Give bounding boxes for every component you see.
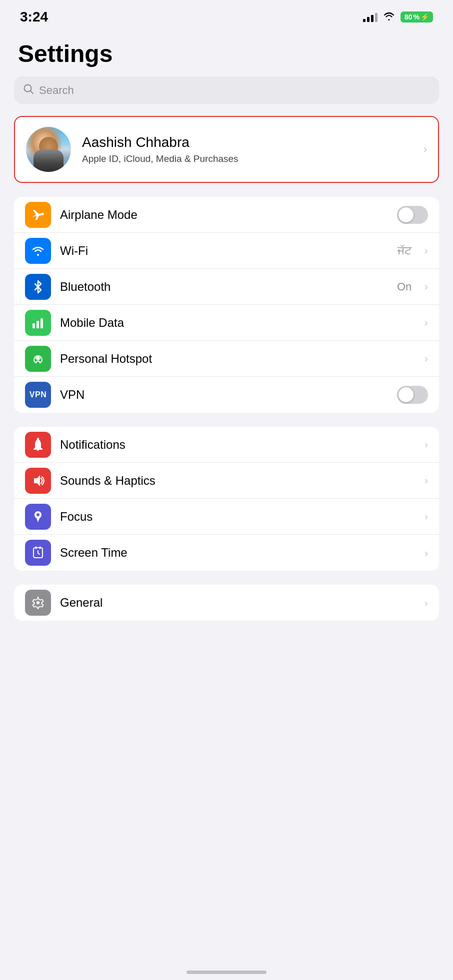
mobile-data-label: Mobile Data <box>60 316 416 330</box>
svg-rect-3 <box>36 321 39 328</box>
page-title: Settings <box>0 30 453 76</box>
personal-hotspot-row[interactable]: Personal Hotspot › <box>14 341 439 377</box>
general-label: General <box>60 596 416 610</box>
status-icons: 80% ⚡ <box>363 11 433 23</box>
battery-icon: 80% ⚡ <box>400 11 433 22</box>
notifications-group: Notifications › Sounds & Haptics › Focus… <box>14 427 439 571</box>
profile-chevron-icon: › <box>424 143 427 156</box>
notifications-row[interactable]: Notifications › <box>14 427 439 463</box>
notifications-chevron-icon: › <box>424 439 428 450</box>
personal-hotspot-label: Personal Hotspot <box>60 352 416 366</box>
focus-row[interactable]: Focus › <box>14 499 439 535</box>
vpn-toggle[interactable] <box>397 386 428 404</box>
profile-name: Aashish Chhabra <box>82 134 412 150</box>
profile-subtitle: Apple ID, iCloud, Media & Purchases <box>82 153 412 164</box>
bluetooth-icon <box>25 274 51 300</box>
screen-time-chevron-icon: › <box>424 547 428 559</box>
bluetooth-value: On <box>397 280 412 293</box>
focus-icon <box>25 504 51 530</box>
search-bar[interactable]: Search <box>14 76 439 104</box>
battery-percent: 80 <box>404 13 412 21</box>
mobile-data-chevron-icon: › <box>424 317 428 328</box>
status-time: 3:24 <box>20 9 48 25</box>
status-bar: 3:24 80% ⚡ <box>0 0 453 30</box>
battery-charging-icon: ⚡ <box>420 13 429 21</box>
sounds-haptics-label: Sounds & Haptics <box>60 474 416 488</box>
profile-card[interactable]: Aashish Chhabra Apple ID, iCloud, Media … <box>14 116 439 183</box>
vpn-label: VPN <box>60 388 388 402</box>
airplane-mode-icon <box>25 202 51 228</box>
sounds-haptics-row[interactable]: Sounds & Haptics › <box>14 463 439 499</box>
general-row[interactable]: General › <box>14 585 439 621</box>
svg-point-12 <box>36 601 40 604</box>
general-icon <box>25 590 51 616</box>
airplane-mode-toggle[interactable] <box>397 206 428 224</box>
general-chevron-icon: › <box>424 597 428 609</box>
personal-hotspot-icon <box>25 346 51 372</box>
general-group: General › <box>14 585 439 621</box>
bluetooth-chevron-icon: › <box>424 281 428 292</box>
svg-rect-2 <box>32 323 35 328</box>
focus-label: Focus <box>60 510 416 524</box>
mobile-data-icon <box>25 310 51 336</box>
wifi-value: ਜੱਟ <box>398 244 412 257</box>
svg-rect-4 <box>40 318 43 328</box>
airplane-mode-label: Airplane Mode <box>60 208 388 222</box>
wifi-label: Wi-Fi <box>60 244 388 258</box>
svg-point-6 <box>37 438 39 440</box>
sounds-haptics-icon <box>25 468 51 494</box>
wifi-row[interactable]: Wi-Fi ਜੱਟ › <box>14 233 439 269</box>
profile-info: Aashish Chhabra Apple ID, iCloud, Media … <box>82 134 412 164</box>
svg-point-5 <box>36 357 40 360</box>
connectivity-group: Airplane Mode Wi-Fi ਜੱਟ › Bluetooth On › <box>14 197 439 413</box>
search-placeholder: Search <box>39 84 74 97</box>
airplane-mode-row[interactable]: Airplane Mode <box>14 197 439 233</box>
bluetooth-row[interactable]: Bluetooth On › <box>14 269 439 305</box>
screen-time-row[interactable]: Screen Time › <box>14 535 439 571</box>
wifi-row-icon <box>25 238 51 264</box>
home-indicator <box>186 971 266 974</box>
wifi-chevron-icon: › <box>424 245 428 256</box>
notifications-icon <box>25 432 51 458</box>
signal-bars-icon <box>363 12 378 22</box>
svg-point-8 <box>36 513 40 516</box>
personal-hotspot-chevron-icon: › <box>424 353 428 364</box>
avatar <box>26 127 71 172</box>
bluetooth-label: Bluetooth <box>60 280 388 294</box>
svg-marker-7 <box>34 475 40 486</box>
wifi-status-icon <box>382 11 396 23</box>
screen-time-label: Screen Time <box>60 546 416 560</box>
search-icon <box>23 83 34 97</box>
focus-chevron-icon: › <box>424 511 428 522</box>
sounds-haptics-chevron-icon: › <box>424 475 428 486</box>
vpn-row[interactable]: VPN VPN <box>14 377 439 413</box>
vpn-icon: VPN <box>25 382 51 408</box>
screen-time-icon <box>25 540 51 566</box>
mobile-data-row[interactable]: Mobile Data › <box>14 305 439 341</box>
svg-line-1 <box>30 91 33 93</box>
notifications-label: Notifications <box>60 438 416 452</box>
